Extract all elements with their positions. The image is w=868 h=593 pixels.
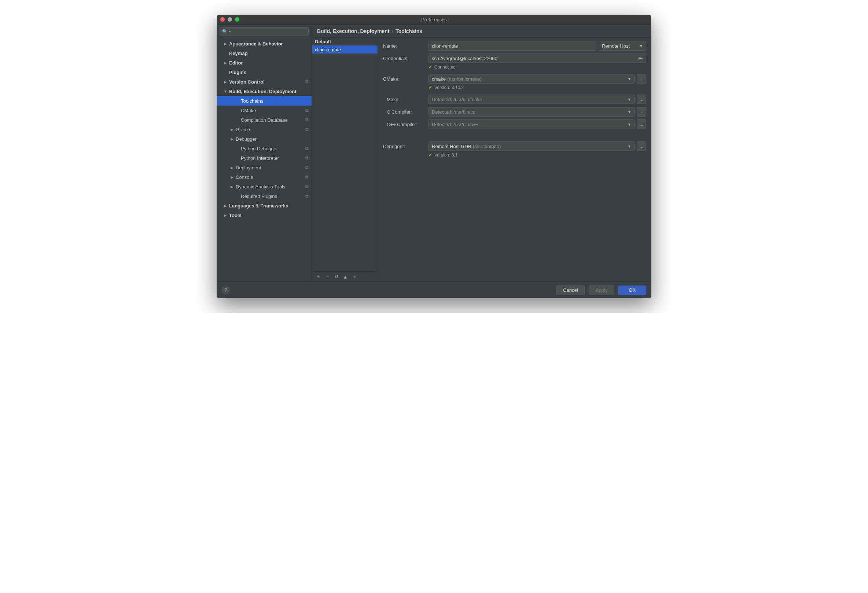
- toolchain-list-item[interactable]: clion-remote: [312, 46, 378, 53]
- tree-item[interactable]: ▶Console⧉: [217, 172, 311, 182]
- tree-item-label: Required Plugins: [241, 193, 306, 199]
- ok-button[interactable]: OK: [618, 286, 646, 295]
- tree-item[interactable]: ▶Version Control⧉: [217, 77, 311, 87]
- tree-item[interactable]: ▼Build, Execution, Deployment: [217, 87, 311, 96]
- toolchain-list-toolbar: ＋ － ⧉ ▲ ▼: [312, 271, 378, 282]
- project-scope-icon: ⧉: [306, 184, 309, 189]
- tree-item[interactable]: CMake⧉: [217, 106, 311, 115]
- make-browse-button[interactable]: …: [637, 94, 646, 104]
- credentials-input[interactable]: ssh://vagrant@localhost:22000 🗁: [428, 53, 646, 63]
- help-button[interactable]: ?: [222, 286, 230, 294]
- cmake-browse-button[interactable]: …: [637, 74, 646, 84]
- window-title: Preferences: [217, 17, 651, 22]
- cmake-value: cmake: [432, 76, 446, 82]
- cmake-path: (/usr/bin/cmake): [447, 76, 481, 82]
- search-caret-icon: ▾: [229, 30, 231, 33]
- chevron-right-icon: ▶: [222, 80, 229, 84]
- toolchain-list-item[interactable]: Default: [312, 37, 378, 46]
- close-icon[interactable]: [220, 17, 225, 22]
- project-scope-icon: ⧉: [306, 155, 309, 161]
- dialog-footer: ? Cancel Apply OK: [217, 282, 651, 298]
- tree-item[interactable]: ▶Debugger: [217, 134, 311, 144]
- tree-item-label: Tools: [229, 212, 309, 218]
- tree-item[interactable]: Compilation Database⧉: [217, 115, 311, 125]
- cxx-select[interactable]: Detected: /usr/bin/c++ ▼: [428, 119, 635, 129]
- titlebar: Preferences: [217, 15, 651, 25]
- move-up-icon[interactable]: ▲: [343, 274, 348, 280]
- chevron-down-icon: ▼: [222, 89, 229, 93]
- chevron-right-icon: ▶: [228, 137, 236, 141]
- tree-item[interactable]: ▶Appearance & Behavior: [217, 39, 311, 49]
- breadcrumb-part: Build, Execution, Deployment: [317, 28, 390, 34]
- tree-item[interactable]: ▶Dynamic Analysis Tools⧉: [217, 182, 311, 191]
- tree-item-label: Keymap: [229, 50, 309, 56]
- project-scope-icon: ⧉: [306, 193, 309, 199]
- tree-item[interactable]: Required Plugins⧉: [217, 191, 311, 201]
- tree-item[interactable]: ▶Tools: [217, 210, 311, 220]
- chevron-down-icon: ▼: [627, 97, 631, 102]
- cancel-button[interactable]: Cancel: [556, 286, 585, 295]
- credentials-value: ssh://vagrant@localhost:22000: [432, 56, 497, 61]
- tree-item[interactable]: ▶Gradle⧉: [217, 125, 311, 134]
- tree-item-label: Python Debugger: [241, 146, 306, 151]
- chevron-down-icon: ▼: [627, 110, 631, 114]
- cc-placeholder: Detected: /usr/bin/cc: [432, 109, 475, 115]
- chevron-down-icon: ▼: [627, 145, 631, 148]
- tree-item-label: Debugger: [236, 136, 309, 142]
- tree-item-label: Version Control: [229, 79, 306, 85]
- tree-item-label: Build, Execution, Deployment: [229, 89, 309, 94]
- minimize-icon[interactable]: [227, 17, 232, 22]
- tree-item-label: Dynamic Analysis Tools: [236, 184, 306, 189]
- debugger-select[interactable]: Remote Host GDB (/usr/bin/gdb) ▼: [428, 142, 635, 151]
- move-down-icon[interactable]: ▼: [352, 274, 357, 280]
- apply-button[interactable]: Apply: [589, 286, 615, 295]
- project-scope-icon: ⧉: [306, 146, 309, 151]
- cc-browse-button[interactable]: …: [637, 107, 646, 117]
- make-select[interactable]: Detected: /usr/bin/make ▼: [428, 94, 635, 104]
- tree-item-label: Deployment: [236, 165, 306, 170]
- tree-item-label: Plugins: [229, 69, 309, 75]
- make-label: Make:: [383, 97, 424, 102]
- chevron-right-icon: ▶: [228, 185, 236, 189]
- project-scope-icon: ⧉: [306, 79, 309, 84]
- search-input[interactable]: 🔍 ▾: [220, 27, 309, 36]
- project-scope-icon: ⧉: [306, 127, 309, 132]
- tree-item-label: Editor: [229, 60, 309, 66]
- tree-item-label: Languages & Frameworks: [229, 203, 309, 208]
- window-controls: [220, 17, 239, 22]
- tree-item[interactable]: ▶Editor: [217, 58, 311, 68]
- tree-item[interactable]: Python Interpreter⧉: [217, 153, 311, 163]
- tree-item[interactable]: ▶Deployment⧉: [217, 163, 311, 172]
- cmake-label: CMake:: [383, 76, 424, 82]
- tree-item-label: Python Interpreter: [241, 155, 306, 161]
- cxx-label: C++ Compiler:: [383, 122, 424, 127]
- toolchain-type-value: Remote Host: [602, 43, 630, 49]
- make-placeholder: Detected: /usr/bin/make: [432, 97, 482, 102]
- cmake-select[interactable]: cmake (/usr/bin/cmake) ▼: [428, 74, 635, 84]
- breadcrumb-separator-icon: ›: [392, 28, 394, 34]
- add-icon[interactable]: ＋: [316, 273, 321, 280]
- tree-item[interactable]: Toolchains: [217, 96, 311, 106]
- tree-item-label: Compilation Database: [241, 117, 306, 123]
- debugger-browse-button[interactable]: …: [637, 142, 646, 151]
- zoom-icon[interactable]: [235, 17, 239, 22]
- remove-icon[interactable]: －: [325, 273, 330, 280]
- chevron-right-icon: ▶: [228, 175, 236, 179]
- tree-item[interactable]: Plugins: [217, 68, 311, 77]
- cc-select[interactable]: Detected: /usr/bin/cc ▼: [428, 107, 635, 117]
- tree-item[interactable]: Python Debugger⧉: [217, 144, 311, 153]
- project-scope-icon: ⧉: [306, 165, 309, 170]
- credentials-label: Credentials:: [383, 56, 424, 61]
- tree-item-label: Appearance & Behavior: [229, 41, 309, 47]
- tree-item[interactable]: ▶Languages & Frameworks: [217, 201, 311, 210]
- copy-icon[interactable]: ⧉: [335, 273, 338, 280]
- name-input[interactable]: clion-remote: [428, 41, 596, 50]
- name-label: Name:: [383, 43, 424, 49]
- toolchain-form: Name: clion-remote Remote Host ▼ Credent…: [378, 37, 651, 159]
- toolchain-type-select[interactable]: Remote Host ▼: [599, 41, 646, 50]
- tree-item[interactable]: Keymap: [217, 49, 311, 58]
- cxx-browse-button[interactable]: …: [637, 119, 646, 129]
- debugger-label: Debugger:: [383, 144, 424, 149]
- chevron-down-icon: ▼: [627, 77, 631, 81]
- folder-icon[interactable]: 🗁: [638, 56, 643, 61]
